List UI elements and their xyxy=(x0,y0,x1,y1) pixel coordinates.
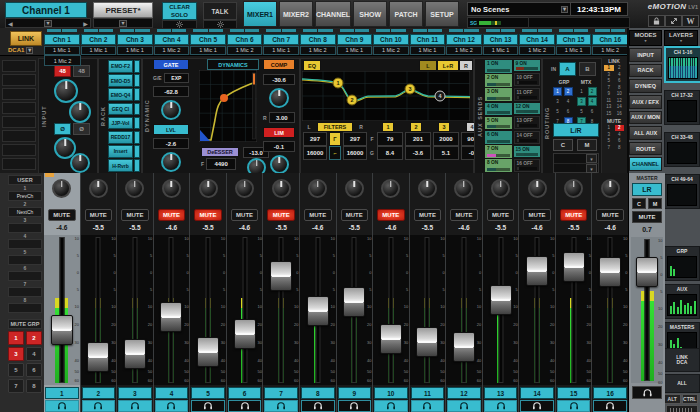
gate-threshold-value[interactable]: -62.8 xyxy=(153,86,189,97)
pan-knob[interactable] xyxy=(528,179,547,198)
mode-input[interactable]: INPUT xyxy=(629,48,662,62)
eq-mode-right-button[interactable]: R xyxy=(459,60,473,71)
aux-send-3[interactable]: 3 ON xyxy=(485,88,512,101)
eq-header[interactable]: EQ xyxy=(303,60,321,71)
dca-assign[interactable]: DCA1 ▾ xyxy=(8,46,42,54)
channel-tab-name[interactable]: Chn 11 xyxy=(410,34,446,45)
hpf-freq-left[interactable]: 297 xyxy=(303,132,327,146)
channel-mute-button[interactable]: MUTE xyxy=(377,209,405,222)
aux-send-level-bar[interactable] xyxy=(487,97,510,100)
mtx-assign-cell[interactable]: 5 xyxy=(577,107,586,116)
rack-plugin-button[interactable]: JJP-Vol xyxy=(108,117,133,130)
channel-mute-button[interactable]: MUTE xyxy=(596,209,624,222)
gate-lvl-header[interactable]: LVL xyxy=(153,124,189,135)
cue-button[interactable] xyxy=(520,400,554,412)
dropdown-icon[interactable]: ▾ xyxy=(586,164,597,173)
aux-send-11[interactable]: 11 OFF xyxy=(514,88,541,101)
master-mute-button[interactable]: MUTE xyxy=(632,211,662,223)
mode-dyn-eq[interactable]: DYN/EQ xyxy=(629,79,662,93)
mute-group-button[interactable]: 1 xyxy=(8,331,24,345)
aux-send-level-bar[interactable] xyxy=(517,167,538,170)
grp-assign-cell[interactable]: 5 xyxy=(553,107,562,116)
fader-handle[interactable] xyxy=(599,257,621,287)
channel-tab-name[interactable]: Chn 3 xyxy=(117,34,153,45)
fader-handle[interactable] xyxy=(197,337,219,367)
mute-cell[interactable]: 7 xyxy=(604,145,614,151)
link-cell[interactable]: 12 xyxy=(615,98,625,104)
mode-rack[interactable]: RACK xyxy=(629,64,662,78)
pan-knob[interactable] xyxy=(454,179,473,198)
cue-button[interactable] xyxy=(82,400,116,412)
empty-rack-slot[interactable] xyxy=(2,158,36,170)
master-cue-button[interactable]: C xyxy=(632,198,646,209)
cue-button[interactable] xyxy=(593,400,627,412)
channel-prev-icon[interactable]: ◀ xyxy=(8,20,13,27)
exp-mode-button[interactable]: EXP xyxy=(164,73,189,83)
selected-channel-name[interactable]: Channel 1 xyxy=(5,2,87,18)
mute-group-button[interactable]: 7 xyxy=(8,379,24,393)
link-cell[interactable]: 4 xyxy=(615,72,625,78)
aux-send-13[interactable]: 13 OFF xyxy=(514,116,541,129)
link-cell[interactable]: 3 xyxy=(604,72,614,78)
tab-mixer1[interactable]: MIXER1 xyxy=(243,1,277,27)
channel-mute-button[interactable]: MUTE xyxy=(194,209,222,222)
mute-group-button[interactable]: 4 xyxy=(26,347,42,361)
channel-tab-name[interactable]: Chn 7 xyxy=(263,34,299,45)
comp-threshold-knob[interactable] xyxy=(269,88,289,108)
aux-send-level-bar[interactable] xyxy=(487,69,510,72)
channel-mute-button[interactable]: MUTE xyxy=(523,209,551,222)
mode-aux-efx[interactable]: AUX / EFX xyxy=(629,95,662,109)
dca-dropdown-icon[interactable]: ▾ xyxy=(26,47,33,54)
limiter-value[interactable]: -0.1 xyxy=(263,141,295,152)
input-trim-knob-2[interactable] xyxy=(70,153,90,173)
mute-group-button[interactable]: 5 xyxy=(8,363,24,377)
link-button[interactable]: LINK xyxy=(10,31,42,46)
layer-grp[interactable]: GRP xyxy=(664,246,700,281)
tab-setup[interactable]: SETUP xyxy=(425,1,459,27)
channel-mute-button[interactable]: MUTE xyxy=(85,209,113,222)
pan-knob[interactable] xyxy=(235,179,254,198)
comp-threshold-value[interactable]: -30.6 xyxy=(263,74,295,85)
fader-handle[interactable] xyxy=(270,261,292,291)
aux-send-level-bar[interactable] xyxy=(487,168,510,171)
dropdown-icon[interactable]: ▾ xyxy=(586,154,597,163)
pan-knob[interactable] xyxy=(564,179,583,198)
mute-cell[interactable]: 8 xyxy=(615,145,625,151)
layer-ch-1-16[interactable]: CH 1-16 xyxy=(664,46,700,83)
pan-knob[interactable] xyxy=(89,179,108,198)
rack-plugin-button[interactable]: EMO-Q4 xyxy=(108,88,133,101)
channel-tab-name[interactable]: Chn 4 xyxy=(154,34,190,45)
layer-aux[interactable]: AUX xyxy=(664,284,700,319)
scene-selector[interactable]: No Scenes ▾ xyxy=(467,2,572,16)
link-cell[interactable]: 14 xyxy=(615,104,625,110)
eq-band-2-chip[interactable]: 2 xyxy=(410,122,422,132)
channel-mute-button[interactable]: MUTE xyxy=(341,209,369,222)
channel-mute-button[interactable]: MUTE xyxy=(267,209,295,222)
cue-button[interactable] xyxy=(338,400,372,412)
user-slot[interactable]: 8 xyxy=(8,297,42,313)
phantom-48v-button-2[interactable]: 48 xyxy=(73,65,90,77)
limiter-header[interactable]: LIM xyxy=(263,127,295,138)
phase-button-2[interactable]: Ø xyxy=(73,123,90,135)
channel-tab-name[interactable]: Chn 8 xyxy=(300,34,336,45)
lpf-freq-right[interactable]: 16000 xyxy=(343,146,367,160)
lpf-icon[interactable]: ⌐ xyxy=(329,146,341,160)
user-slot[interactable]: 2NextCh xyxy=(8,201,42,217)
cue-button[interactable] xyxy=(411,400,445,412)
preset-dropdown[interactable]: ▾ xyxy=(93,18,153,28)
talk-button[interactable]: TALK xyxy=(203,2,237,20)
mode-channel[interactable]: CHANNEL xyxy=(629,157,662,171)
fader-handle[interactable] xyxy=(124,339,146,369)
input-gain-knob-1[interactable] xyxy=(54,79,78,103)
pan-knob[interactable] xyxy=(345,179,364,198)
filters-header[interactable]: FILTERS xyxy=(317,122,353,132)
user-slot[interactable]: 4 xyxy=(8,233,42,249)
empty-rack-slot[interactable] xyxy=(2,130,36,142)
aux-send-6[interactable]: 6 ON xyxy=(485,131,512,144)
cue-button[interactable] xyxy=(191,400,225,412)
hpf-freq-right[interactable]: 297 xyxy=(343,132,367,146)
aux-send-15[interactable]: 15 ON xyxy=(514,146,541,157)
channel-tab-name[interactable]: Chn 1 xyxy=(44,34,80,45)
deesser-button[interactable]: DeESSER xyxy=(201,147,239,157)
keyboard-icon[interactable] xyxy=(666,405,698,412)
